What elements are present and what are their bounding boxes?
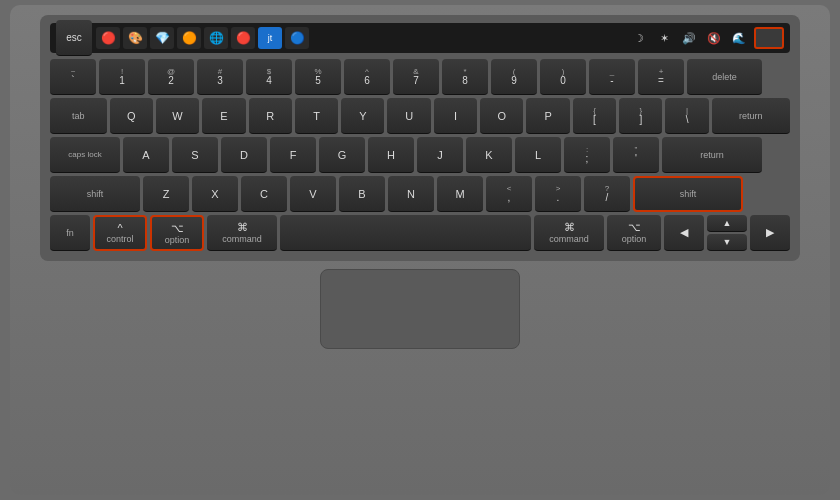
key-minus[interactable]: _ - bbox=[589, 59, 635, 95]
bottom-row: fn ^ control ⌥ option ⌘ command ⌘ comman… bbox=[50, 215, 790, 251]
zxcv-row: shift Z X C V B N M < , > . ? / shift bbox=[50, 176, 790, 212]
key-r[interactable]: R bbox=[249, 98, 292, 134]
key-p[interactable]: P bbox=[526, 98, 569, 134]
laptop-body: esc 🔴 🎨 💎 🟠 🌐 🔴 jt 🔵 ☽ ✶ 🔊 🔇 🌊 bbox=[10, 5, 830, 495]
key-y[interactable]: Y bbox=[341, 98, 384, 134]
key-command-right[interactable]: ⌘ command bbox=[534, 215, 604, 251]
key-slash[interactable]: ? / bbox=[584, 176, 630, 212]
tb-icon-7[interactable]: jt bbox=[258, 27, 282, 49]
key-e[interactable]: E bbox=[202, 98, 245, 134]
key-4[interactable]: $ 4 bbox=[246, 59, 292, 95]
key-z[interactable]: Z bbox=[143, 176, 189, 212]
key-space[interactable] bbox=[280, 215, 531, 251]
key-quote[interactable]: " ' bbox=[613, 137, 659, 173]
key-9[interactable]: ( 9 bbox=[491, 59, 537, 95]
key-grave[interactable]: ~ ` bbox=[50, 59, 96, 95]
key-m[interactable]: M bbox=[437, 176, 483, 212]
key-5[interactable]: % 5 bbox=[295, 59, 341, 95]
tb-icon-4[interactable]: 🟠 bbox=[177, 27, 201, 49]
key-s[interactable]: S bbox=[172, 137, 218, 173]
key-arrow-left[interactable]: ◀ bbox=[664, 215, 704, 251]
key-3[interactable]: # 3 bbox=[197, 59, 243, 95]
key-6[interactable]: ^ 6 bbox=[344, 59, 390, 95]
key-period[interactable]: > . bbox=[535, 176, 581, 212]
tb-crescent[interactable]: ☽ bbox=[628, 27, 650, 49]
key-b[interactable]: B bbox=[339, 176, 385, 212]
key-option-left[interactable]: ⌥ option bbox=[150, 215, 204, 251]
key-n[interactable]: N bbox=[388, 176, 434, 212]
tb-icon-8[interactable]: 🔵 bbox=[285, 27, 309, 49]
key-j[interactable]: J bbox=[417, 137, 463, 173]
asdf-row: caps lock A S D F G H J K L : ; " ' retu… bbox=[50, 137, 790, 173]
touchbar-icons: 🔴 🎨 💎 🟠 🌐 🔴 jt 🔵 bbox=[96, 27, 624, 49]
key-arrow-down[interactable]: ▼ bbox=[707, 234, 747, 251]
key-f[interactable]: F bbox=[270, 137, 316, 173]
tb-icon-3[interactable]: 💎 bbox=[150, 27, 174, 49]
touch-bar: esc 🔴 🎨 💎 🟠 🌐 🔴 jt 🔵 ☽ ✶ 🔊 🔇 🌊 bbox=[50, 23, 790, 53]
key-equals[interactable]: + = bbox=[638, 59, 684, 95]
key-backslash[interactable]: | \ bbox=[665, 98, 708, 134]
key-control[interactable]: ^ control bbox=[93, 215, 147, 251]
tb-mute[interactable]: 🔇 bbox=[703, 27, 725, 49]
tb-icon-2[interactable]: 🎨 bbox=[123, 27, 147, 49]
tb-volume[interactable]: 🔊 bbox=[678, 27, 700, 49]
key-a[interactable]: A bbox=[123, 137, 169, 173]
tb-icon-1[interactable]: 🔴 bbox=[96, 27, 120, 49]
key-q[interactable]: Q bbox=[110, 98, 153, 134]
number-row: ~ ` ! 1 @ 2 # 3 $ 4 % 5 bbox=[50, 59, 790, 95]
key-comma[interactable]: < , bbox=[486, 176, 532, 212]
esc-key[interactable]: esc bbox=[56, 20, 92, 56]
power-button[interactable] bbox=[754, 27, 784, 49]
key-2[interactable]: @ 2 bbox=[148, 59, 194, 95]
key-1[interactable]: ! 1 bbox=[99, 59, 145, 95]
key-bracket-open[interactable]: { [ bbox=[573, 98, 616, 134]
key-w[interactable]: W bbox=[156, 98, 199, 134]
key-command-left[interactable]: ⌘ command bbox=[207, 215, 277, 251]
key-return-2[interactable]: return bbox=[662, 137, 762, 173]
key-0[interactable]: ) 0 bbox=[540, 59, 586, 95]
key-shift-right[interactable]: shift bbox=[633, 176, 743, 212]
key-l[interactable]: L bbox=[515, 137, 561, 173]
tb-brightness[interactable]: ✶ bbox=[653, 27, 675, 49]
key-option-right[interactable]: ⌥ option bbox=[607, 215, 661, 251]
key-shift-left[interactable]: shift bbox=[50, 176, 140, 212]
key-bracket-close[interactable]: } ] bbox=[619, 98, 662, 134]
key-fn[interactable]: fn bbox=[50, 215, 90, 251]
key-t[interactable]: T bbox=[295, 98, 338, 134]
key-d[interactable]: D bbox=[221, 137, 267, 173]
key-v[interactable]: V bbox=[290, 176, 336, 212]
key-capslock[interactable]: caps lock bbox=[50, 137, 120, 173]
key-i[interactable]: I bbox=[434, 98, 477, 134]
key-x[interactable]: X bbox=[192, 176, 238, 212]
tb-icon-5[interactable]: 🌐 bbox=[204, 27, 228, 49]
tb-icon-6[interactable]: 🔴 bbox=[231, 27, 255, 49]
key-c[interactable]: C bbox=[241, 176, 287, 212]
key-h[interactable]: H bbox=[368, 137, 414, 173]
key-arrow-up[interactable]: ▲ bbox=[707, 215, 747, 232]
key-semicolon[interactable]: : ; bbox=[564, 137, 610, 173]
key-delete[interactable]: delete bbox=[687, 59, 762, 95]
key-g[interactable]: G bbox=[319, 137, 365, 173]
keyboard-area: esc 🔴 🎨 💎 🟠 🌐 🔴 jt 🔵 ☽ ✶ 🔊 🔇 🌊 bbox=[40, 15, 800, 261]
key-u[interactable]: U bbox=[387, 98, 430, 134]
key-o[interactable]: O bbox=[480, 98, 523, 134]
trackpad[interactable] bbox=[320, 269, 520, 349]
key-tab[interactable]: tab bbox=[50, 98, 107, 134]
key-k[interactable]: K bbox=[466, 137, 512, 173]
key-return[interactable]: return bbox=[712, 98, 790, 134]
tb-siri[interactable]: 🌊 bbox=[728, 27, 750, 49]
touchbar-controls: ☽ ✶ 🔊 🔇 🌊 bbox=[628, 27, 750, 49]
key-7[interactable]: & 7 bbox=[393, 59, 439, 95]
key-arrow-right[interactable]: ▶ bbox=[750, 215, 790, 251]
qwerty-row: tab Q W E R T Y U I O P { [ } ] | \ bbox=[50, 98, 790, 134]
key-8[interactable]: * 8 bbox=[442, 59, 488, 95]
